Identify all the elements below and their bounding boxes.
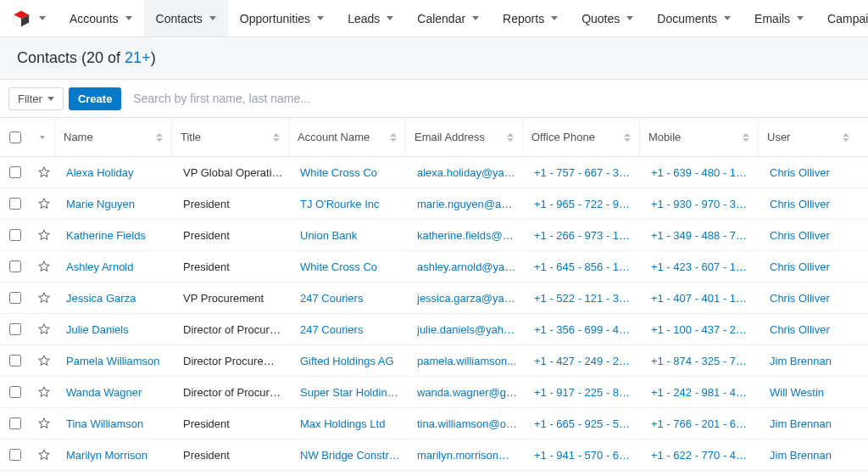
email-link[interactable]: jessica.garza@yaho... [417, 292, 517, 305]
account-link[interactable]: 247 Couriers [300, 323, 400, 336]
account-link[interactable]: Super Star Holdings... [300, 386, 400, 399]
user-link[interactable]: Jim Brennan [770, 355, 853, 367]
star-icon[interactable] [37, 197, 51, 210]
star-icon[interactable] [37, 417, 51, 430]
email-link[interactable]: tina.williamson@ou... [417, 417, 517, 430]
column-header-email[interactable]: Email Address [405, 118, 522, 156]
account-link[interactable]: White Cross Co [300, 260, 400, 273]
contact-name-link[interactable]: Marie Nguyen [66, 198, 166, 210]
contact-name-link[interactable]: Jessica Garza [66, 292, 166, 305]
column-header-office-phone[interactable]: Office Phone [522, 118, 639, 156]
mobile-phone-link[interactable]: +1 - 423 - 607 - 1934 [651, 260, 753, 273]
row-checkbox[interactable] [9, 417, 21, 429]
mobile-phone-link[interactable]: +1 - 407 - 401 - 1118 [651, 292, 753, 305]
user-link[interactable]: Jim Brennan [770, 417, 853, 430]
email-link[interactable]: alexa.holiday@yaho... [417, 166, 517, 179]
user-link[interactable]: Will Westin [770, 386, 853, 399]
email-link[interactable]: marie.nguyen@aol.... [417, 198, 517, 210]
email-link[interactable]: ashley.arnold@yah... [417, 260, 517, 273]
account-link[interactable]: Union Bank [300, 229, 400, 242]
star-icon[interactable] [37, 165, 51, 179]
email-link[interactable]: julie.daniels@yahoo... [417, 323, 517, 336]
mobile-phone-link[interactable]: +1 - 242 - 981 - 4990 [651, 386, 753, 399]
user-link[interactable]: Chris Olliver [770, 323, 853, 336]
column-header-name[interactable]: Name [54, 118, 171, 156]
column-header-account[interactable]: Account Name [288, 118, 405, 156]
office-phone-link[interactable]: +1 - 266 - 973 - 1942 [534, 229, 634, 242]
nav-item-campaigns[interactable]: Campaigns [815, 0, 868, 36]
user-link[interactable]: Jim Brennan [770, 449, 853, 462]
row-checkbox[interactable] [9, 355, 21, 367]
row-checkbox[interactable] [9, 166, 21, 178]
create-button[interactable]: Create [69, 87, 121, 110]
contact-name-link[interactable]: Pamela Williamson [66, 355, 166, 367]
star-icon[interactable] [37, 228, 51, 242]
row-checkbox[interactable] [9, 323, 21, 335]
row-checkbox[interactable] [9, 449, 21, 461]
row-checkbox[interactable] [9, 229, 21, 241]
user-link[interactable]: Chris Olliver [770, 292, 853, 305]
contact-name-link[interactable]: Tina Williamson [66, 417, 166, 430]
email-link[interactable]: katherine.fields@ou... [417, 229, 517, 242]
nav-item-reports[interactable]: Reports [491, 0, 570, 36]
filter-button[interactable]: Filter [8, 87, 64, 110]
user-link[interactable]: Chris Olliver [770, 166, 853, 179]
office-phone-link[interactable]: +1 - 757 - 667 - 3526 [534, 166, 634, 179]
mobile-phone-link[interactable]: +1 - 874 - 325 - 7346 [651, 355, 753, 367]
star-icon[interactable] [37, 385, 51, 399]
user-link[interactable]: Chris Olliver [770, 229, 853, 242]
mobile-phone-link[interactable]: +1 - 930 - 970 - 3160 [651, 198, 753, 210]
office-phone-link[interactable]: +1 - 356 - 699 - 4089 [534, 323, 634, 336]
account-link[interactable]: Max Holdings Ltd [300, 417, 400, 430]
office-phone-link[interactable]: +1 - 917 - 225 - 8744 [534, 386, 634, 399]
star-icon[interactable] [37, 354, 51, 367]
nav-item-quotes[interactable]: Quotes [570, 0, 645, 36]
office-phone-link[interactable]: +1 - 965 - 722 - 9909 [534, 198, 634, 210]
office-phone-link[interactable]: +1 - 645 - 856 - 1339 [534, 260, 634, 273]
email-link[interactable]: marilyn.morrison@... [417, 449, 517, 462]
account-link[interactable]: TJ O'Rourke Inc [300, 198, 400, 210]
user-link[interactable]: Chris Olliver [770, 198, 853, 210]
mobile-phone-link[interactable]: +1 - 100 - 437 - 2806 [651, 323, 753, 336]
email-link[interactable]: wanda.wagner@gm... [417, 386, 517, 399]
star-icon[interactable] [37, 322, 51, 336]
email-link[interactable]: pamela.williamson... [417, 355, 517, 367]
nav-item-opportunities[interactable]: Opportunities [228, 0, 336, 36]
user-link[interactable]: Chris Olliver [770, 260, 853, 273]
star-icon[interactable] [37, 260, 51, 273]
search-input[interactable] [126, 87, 860, 110]
column-header-mobile[interactable]: Mobile [639, 118, 758, 156]
row-checkbox[interactable] [9, 292, 21, 304]
mobile-phone-link[interactable]: +1 - 766 - 201 - 6219 [651, 417, 753, 430]
contact-name-link[interactable]: Wanda Wagner [66, 386, 166, 399]
page-title-more-link[interactable]: 21+ [125, 49, 151, 66]
star-icon[interactable] [37, 291, 51, 305]
account-link[interactable]: NW Bridge Constru... [300, 449, 400, 462]
select-all-checkbox[interactable] [9, 132, 21, 143]
header-actions-cell[interactable] [31, 118, 54, 156]
contact-name-link[interactable]: Marilyn Morrison [66, 449, 166, 462]
nav-item-calendar[interactable]: Calendar [405, 0, 491, 36]
column-header-user[interactable]: User [758, 118, 858, 156]
logo-menu[interactable] [0, 0, 58, 36]
nav-item-leads[interactable]: Leads [336, 0, 405, 36]
office-phone-link[interactable]: +1 - 427 - 249 - 2664 [534, 355, 634, 367]
account-link[interactable]: Gifted Holdings AG [300, 355, 400, 367]
row-checkbox[interactable] [9, 386, 21, 398]
office-phone-link[interactable]: +1 - 665 - 925 - 5993 [534, 417, 634, 430]
contact-name-link[interactable]: Alexa Holiday [66, 166, 166, 179]
mobile-phone-link[interactable]: +1 - 349 - 488 - 7683 [651, 229, 753, 242]
account-link[interactable]: 247 Couriers [300, 292, 400, 305]
star-icon[interactable] [37, 448, 51, 462]
office-phone-link[interactable]: +1 - 522 - 121 - 3606 [534, 292, 634, 305]
mobile-phone-link[interactable]: +1 - 622 - 770 - 4590 [651, 449, 753, 462]
contact-name-link[interactable]: Ashley Arnold [66, 260, 166, 273]
nav-item-documents[interactable]: Documents [645, 0, 743, 36]
account-link[interactable]: White Cross Co [300, 166, 400, 179]
contact-name-link[interactable]: Katherine Fields [66, 229, 166, 242]
office-phone-link[interactable]: +1 - 941 - 570 - 6022 [534, 449, 634, 462]
mobile-phone-link[interactable]: +1 - 639 - 480 - 1546 [651, 166, 753, 179]
nav-item-accounts[interactable]: Accounts [58, 0, 144, 36]
nav-item-emails[interactable]: Emails [743, 0, 815, 36]
column-header-title[interactable]: Title [171, 118, 288, 156]
